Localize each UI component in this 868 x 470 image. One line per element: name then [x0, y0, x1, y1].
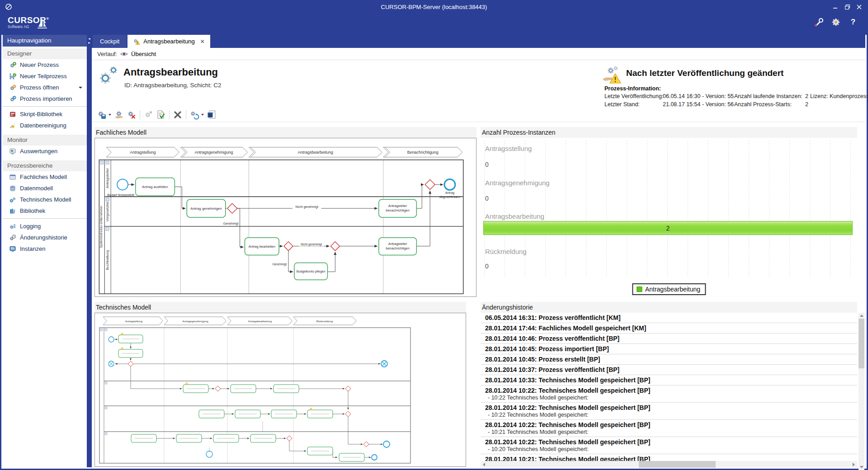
svg-text:benachrichtigen: benachrichtigen [386, 246, 410, 250]
help-icon[interactable]: ? [848, 17, 859, 28]
gear-plus-icon [9, 61, 16, 69]
history-entry[interactable]: 28.01.2014 10:45: Prozess erstellt [BP] [481, 354, 857, 365]
app-window: CURSOR-BPM-Server (localhost:38443) CURS… [0, 0, 868, 470]
chart-category-label: Antragsstellung [485, 145, 532, 152]
refresh-dropdown-icon[interactable] [201, 114, 204, 116]
export-word-button[interactable]: W [206, 109, 217, 121]
sidebar-item-prozess-importieren[interactable]: Prozess importieren [3, 93, 87, 104]
legend-label: Antragsbearbeitung [645, 286, 700, 293]
process-meta: ID: Antragsbearbeitung, Schicht: C2 [124, 82, 222, 89]
history-horizontal-scrollbar[interactable] [481, 461, 857, 468]
sidebar: Hauptnavigation DesignerNeuer ProzessNeu… [3, 35, 87, 467]
restore-button[interactable] [841, 2, 853, 11]
sidebar-title: Hauptnavigation [3, 35, 87, 47]
content: CockpitAntragsbearbeitung✕ Verlauf: Über… [92, 35, 865, 467]
breadcrumb-current[interactable]: Übersicht [131, 51, 156, 57]
sidebar-item-bibliothek[interactable]: Bibliothek [3, 205, 87, 216]
sidebar-item-label: Instanzen [20, 245, 45, 252]
history-entry[interactable]: 28.01.2014 10:22: Technisches Modell ges… [481, 437, 857, 454]
history-entry[interactable]: 28.01.2014 10:46: Prozess veröffentlicht… [481, 334, 857, 344]
bpmn-lane-label: Buchhaltung [105, 250, 109, 270]
start-process-button[interactable] [142, 109, 154, 121]
chart-bar-value: 2 [666, 225, 670, 232]
script-icon [9, 111, 16, 118]
history-entry[interactable]: 28.01.2014 10:22: Technisches Modell ges… [481, 420, 857, 437]
scroll-left-button[interactable] [481, 461, 487, 468]
sidebar-item-änderungshistorie[interactable]: Änderungshistorie [3, 232, 87, 243]
sidebar-item-datenmodell[interactable]: Datenmodell [3, 183, 87, 194]
scrollbar-thumb[interactable] [639, 461, 716, 468]
tab-antragsbearbeitung[interactable]: Antragsbearbeitung✕ [127, 35, 210, 48]
svg-text:Antrag genehmigen: Antrag genehmigen [190, 207, 222, 211]
svg-text:Antrag bearbeiten: Antrag bearbeiten [249, 244, 275, 249]
sidebar-item-label: Prozess öffnen [20, 84, 59, 91]
scroll-down-button[interactable] [859, 464, 864, 470]
business-model-diagram[interactable]: Antragstellung Antragsgenehmigung Antrag… [94, 138, 476, 297]
nav-section-prozessbereiche: Prozessbereiche [3, 160, 87, 171]
history-entry[interactable]: 28.01.2014 10:21: Technisches Modell ges… [481, 454, 857, 461]
sidebar-item-label: Auswertungen [20, 148, 57, 155]
process-warning-icon [133, 38, 140, 45]
svg-text:Antragsbearbeitung: Antragsbearbeitung [298, 150, 333, 155]
history-entry[interactable]: 06.05.2014 16:31: Prozess veröffentlicht… [481, 313, 857, 323]
bpmn-start-event [117, 179, 128, 190]
sidebar-item-instanzen[interactable]: Instanzen [3, 243, 87, 254]
history-entry-text: 28.01.2014 10:22: Technisches Modell ges… [485, 404, 853, 412]
close-button[interactable] [853, 2, 865, 11]
svg-text:Antragsbearbeitung: Antragsbearbeitung [248, 320, 272, 323]
books-icon [9, 207, 16, 215]
sidebar-item-auswertungen[interactable]: Auswertungen [3, 146, 87, 157]
history-entry[interactable]: 28.01.2014 10:45: Prozess importiert [BP… [481, 344, 857, 354]
admin-tools-icon[interactable] [813, 17, 824, 28]
technical-model-diagram[interactable]: Antragstellung Antragsgenehmigung Antrag… [94, 313, 466, 467]
scrollbar-thumb[interactable] [859, 319, 864, 368]
history-entry[interactable]: 28.01.2014 10:37: Prozess veröffentlicht… [481, 365, 857, 375]
history-entry[interactable]: 28.01.2014 17:44: Fachliches Modell gesp… [481, 323, 857, 334]
sidebar-item-technisches-modell[interactable]: Technisches Modell [3, 194, 87, 205]
publish-process-button[interactable] [113, 109, 125, 121]
tab-close-icon[interactable]: ✕ [200, 38, 205, 45]
history-entry[interactable]: 28.01.2014 10:22: Technisches Modell ges… [481, 403, 857, 420]
changed-warning-icon [602, 65, 623, 85]
info-label: Anzahl Prozess-Starts: [734, 101, 792, 108]
history-list: 06.05.2014 16:31: Prozess veröffentlicht… [481, 313, 857, 461]
save-dropdown-icon[interactable] [108, 114, 111, 116]
chart-gridlines [484, 141, 853, 278]
section-business-model: Fachliches Modell [94, 127, 476, 138]
section-technical-model: Technisches Modell [94, 302, 466, 313]
svg-text:Antragsteller: Antragsteller [388, 204, 407, 208]
chevron-down-icon[interactable] [79, 87, 82, 89]
history-entry[interactable]: 28.01.2014 10:33: Technisches Modell ges… [481, 375, 857, 385]
scroll-right-button[interactable] [850, 461, 857, 468]
toolbar: W [92, 108, 865, 122]
sidebar-item-neuer-prozess[interactable]: Neuer Prozess [3, 59, 87, 70]
bpmn-connectors [128, 184, 443, 272]
history-entry[interactable]: 28.01.2014 10:22: Technisches Modell ges… [481, 385, 857, 403]
svg-text:Antrag ausfüllen: Antrag ausfüllen [142, 185, 168, 189]
save-process-button[interactable] [96, 109, 108, 121]
process-title: Antragsbearbeitung [123, 66, 218, 78]
edge-label: Nicht genehmigt [301, 243, 322, 246]
sidebar-splitter[interactable]: ◄► [87, 35, 92, 467]
sidebar-item-fachliches-modell[interactable]: Fachliches Modell [3, 171, 87, 183]
delete-process-button[interactable] [126, 109, 137, 121]
refresh-process-button[interactable] [189, 109, 200, 121]
history-entry-text: 28.01.2014 10:33: Technisches Modell ges… [485, 376, 853, 384]
gear-import-icon [9, 95, 16, 103]
user-settings-icon[interactable] [830, 17, 841, 28]
window-title: CURSOR-BPM-Server (localhost:38443) [1, 4, 867, 10]
tab-cockpit[interactable]: Cockpit [93, 35, 127, 48]
sidebar-item-datenbereinigung[interactable]: Datenbereinigung [3, 120, 87, 131]
scroll-up-button[interactable] [859, 313, 864, 319]
svg-text:Antragsgenehmigung: Antragsgenehmigung [194, 150, 233, 155]
minimize-button[interactable] [830, 2, 841, 11]
sidebar-item-logging[interactable]: Logging [3, 221, 87, 232]
sidebar-item-neuer-teilprozess[interactable]: Neuer Teilprozess [3, 70, 87, 82]
bpmn-end-event [444, 179, 455, 190]
history-vertical-scrollbar[interactable] [859, 313, 864, 470]
sidebar-item-skript-bibliothek[interactable]: Skript-Bibliothek [3, 108, 87, 120]
sidebar-item-prozess-öffnen[interactable]: Prozess öffnen [3, 82, 87, 93]
divider [3, 106, 87, 107]
discard-button[interactable] [172, 109, 184, 121]
validate-process-button[interactable] [155, 109, 167, 121]
